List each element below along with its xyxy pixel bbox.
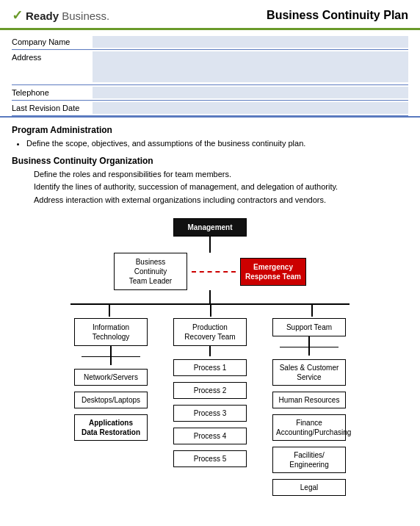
program-admin-bullet-1: Define the scope, objectives, and assump… [26,137,408,150]
col-it-header: InformationTechnology [74,318,148,346]
bco-line-3: Address interaction with external organi… [34,194,408,207]
horiz-bar-container [70,303,350,305]
support-sub-legal: Legal [272,479,346,496]
last-revision-label: Last Revision Date [12,102,93,112]
management-box: Management [173,218,247,237]
program-admin-section: Program Administration Define the scope,… [12,125,408,150]
prod-sub-3: Process 3 [173,405,247,422]
logo: ✓ Ready Business. [12,7,109,24]
col-support: Support Team Sales & CustomerService Hum… [269,318,350,497]
dashed-line [192,271,236,273]
prod-subs: Process 1 Process 2 Process 3 Process 4 … [170,356,250,467]
content-section: Program Administration Define the scope,… [0,118,420,511]
bco-lines: Define the roles and responsibilities fo… [12,168,408,207]
it-v-line1 [110,346,112,356]
company-name-label: Company Name [12,36,93,46]
address-label: Address [12,51,93,62]
page-header: ✓ Ready Business. Business Continuity Pl… [0,0,420,30]
it-sub-desktops: Desktops/Laptops [74,392,148,408]
program-admin-title: Program Administration [12,125,408,135]
col-prod: ProductionRecovery Team Process 1 Proces… [170,318,250,467]
org-chart: Management Business Continuity Team Lead… [12,212,408,503]
bco-line-1: Define the roles and responsibilities fo… [34,168,408,181]
col-prod-header: ProductionRecovery Team [173,318,247,346]
prod-v-line1 [209,346,211,356]
company-name-row: Company Name [12,35,408,50]
it-subs: Network/Servers Desktops/Laptops Applica… [70,366,151,441]
it-horiz [82,356,140,358]
logo-check-icon: ✓ [12,7,23,24]
support-sub-hr: Human Resources [272,392,346,408]
team-leader-row: Business Continuity Team Leader Emergenc… [114,253,306,290]
col-support-header: Support Team [272,318,346,336]
telephone-label: Telephone [12,87,93,97]
company-name-field[interactable] [93,36,408,48]
bco-section: Business Continuity Organization Define … [12,156,408,207]
support-drop [308,347,310,356]
v-drop-center [210,303,211,317]
logo-text: Ready Business. [26,10,109,22]
program-admin-bullets: Define the scope, objectives, and assump… [12,137,408,150]
support-sub-facilities: Facilities/Engineering [272,447,346,473]
cols-container: InformationTechnology Network/Servers De… [70,318,350,497]
prod-sub-4: Process 4 [173,428,247,444]
bco-line-2: Identify the lines of authority, success… [34,181,408,194]
telephone-row: Telephone [12,85,408,101]
v-drop-right [311,303,313,317]
last-revision-field[interactable] [93,102,408,114]
col-it: InformationTechnology Network/Servers De… [70,318,151,442]
it-sub-apps: ApplicationsData Restoration [74,414,148,441]
support-v-line1 [308,336,310,347]
emergency-box: Emergency Response Team [240,258,306,286]
last-revision-row: Last Revision Date [12,101,408,116]
team-leader-box: Business Continuity Team Leader [114,253,187,290]
prod-sub-2: Process 2 [173,382,247,399]
prod-sub-5: Process 5 [173,450,247,467]
form-section: Company Name Address Telephone Last Revi… [0,30,420,118]
address-row: Address [12,50,408,85]
prod-sub-1: Process 1 [173,359,247,376]
v-drop-left [109,303,110,317]
page-title: Business Continuity Plan [267,9,408,22]
support-sub-finance: FinanceAccounting/Purchasing [272,414,346,441]
bco-title: Business Continuity Organization [12,156,408,166]
telephone-field[interactable] [93,87,408,98]
support-subs: Sales & CustomerService Human Resources … [269,356,350,496]
address-field[interactable] [93,51,408,82]
v-line-tl [209,290,211,303]
it-drop [110,356,112,365]
v-line-mgmt [209,237,211,253]
support-sub-sales: Sales & CustomerService [272,359,346,386]
support-horiz [280,347,338,348]
it-sub-network: Network/Servers [74,369,148,386]
